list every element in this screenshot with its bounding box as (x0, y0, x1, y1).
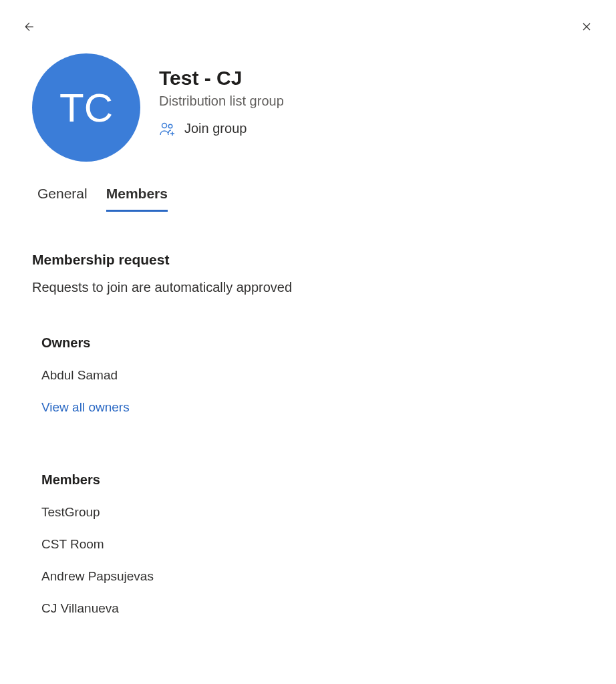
arrow-left-icon (23, 20, 36, 33)
join-group-label: Join group (184, 121, 247, 136)
owners-heading: Owners (41, 335, 575, 351)
membership-request-section: Membership request Requests to join are … (32, 252, 584, 295)
group-info: Test - CJ Distribution list group Join g… (159, 53, 284, 136)
list-item: Andrew Papsujevas (41, 569, 575, 584)
group-avatar: TC (32, 53, 140, 162)
group-subtitle: Distribution list group (159, 94, 284, 109)
avatar-initials: TC (59, 85, 113, 131)
list-item: CST Room (41, 537, 575, 552)
list-item: CJ Villanueva (41, 601, 575, 616)
membership-request-heading: Membership request (32, 252, 584, 268)
list-item: TestGroup (41, 505, 575, 520)
close-button[interactable] (576, 16, 597, 37)
view-all-owners-link[interactable]: View all owners (41, 400, 575, 415)
tab-members[interactable]: Members (106, 186, 168, 212)
members-heading: Members (41, 472, 575, 488)
tab-bar: General Members (0, 162, 616, 212)
members-section: Members TestGroup CST Room Andrew Papsuj… (32, 432, 584, 616)
top-bar (0, 0, 616, 37)
join-group-button[interactable]: Join group (159, 121, 284, 136)
group-header: TC Test - CJ Distribution list group Joi… (0, 37, 616, 162)
close-icon (580, 20, 593, 33)
svg-point-0 (162, 123, 167, 128)
back-button[interactable] (19, 16, 40, 37)
owners-section: Owners Abdul Samad View all owners (32, 295, 584, 415)
membership-request-description: Requests to join are automatically appro… (32, 280, 584, 295)
content-area: Membership request Requests to join are … (0, 212, 616, 616)
svg-point-1 (168, 124, 172, 128)
group-title: Test - CJ (159, 67, 284, 90)
list-item: Abdul Samad (41, 368, 575, 383)
people-add-icon (159, 122, 176, 136)
tab-general[interactable]: General (37, 186, 88, 212)
